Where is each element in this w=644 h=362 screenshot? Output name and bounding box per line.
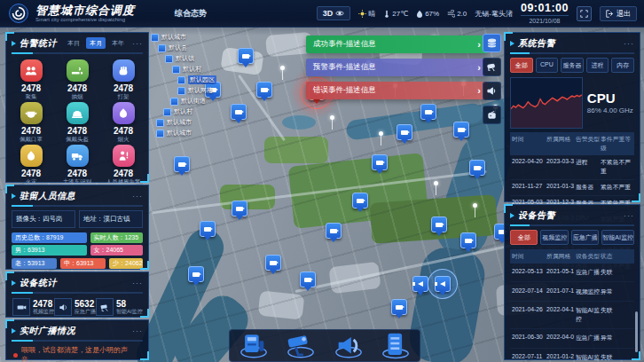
tab-video[interactable]: 视频监控: [540, 230, 568, 245]
tab-ai[interactable]: 智能AI监控: [601, 230, 634, 245]
map-marker-camera-icon[interactable]: [326, 223, 342, 239]
map-marker-camera-icon[interactable]: [256, 82, 272, 98]
tree-item-selected[interactable]: 默认园区: [177, 75, 216, 84]
cctv-camera-icon[interactable]: [286, 334, 316, 358]
map-marker-camera-icon[interactable]: [420, 104, 436, 120]
alarm-stat-item[interactable]: 2478 人员越界告警: [100, 145, 146, 185]
alarm-stat-item[interactable]: 2478 抽烟: [54, 59, 100, 99]
more-menu-icon[interactable]: ···: [132, 327, 143, 335]
alarm-stat-item[interactable]: 2478 佩戴口罩: [8, 102, 54, 142]
table-row[interactable]: 2022-07-142021-07-1视频监控异常: [510, 282, 634, 301]
tab-all[interactable]: 全部: [510, 230, 538, 245]
map-marker-camera-icon[interactable]: [300, 272, 316, 287]
tree-item[interactable]: 默认网格: [177, 86, 216, 95]
table-row[interactable]: 2021-04-262022-04-1智能AI监控失联: [510, 302, 634, 329]
map-marker-camera-icon[interactable]: [188, 266, 204, 282]
tab-server[interactable]: 服务器: [561, 58, 584, 73]
table-scrollbar[interactable]: [635, 311, 638, 352]
map-marker-camera-icon[interactable]: [231, 104, 247, 120]
map-poi-dot[interactable]: [434, 181, 438, 185]
map-marker-camera-icon[interactable]: [469, 160, 485, 176]
map-marker-camera-icon[interactable]: [391, 299, 407, 315]
alarm-stat-item[interactable]: 2478 土渣车识别: [54, 145, 100, 185]
map-pin-icon: [158, 44, 166, 52]
table-row[interactable]: 2022-04-202023-03-3进程不紧急不严重: [510, 155, 634, 180]
map-marker-camera-icon[interactable]: [174, 156, 190, 172]
more-menu-icon[interactable]: ···: [132, 192, 143, 201]
mode-3d-toggle[interactable]: 3D: [317, 6, 351, 20]
more-menu-icon[interactable]: ···: [132, 279, 143, 287]
tab-this-year[interactable]: 本年: [108, 37, 128, 49]
tree-item[interactable]: 默认县: [158, 43, 216, 52]
more-menu-icon[interactable]: ···: [132, 39, 143, 48]
tab-all[interactable]: 全部: [510, 58, 533, 73]
chevron-right-icon: ›: [477, 62, 481, 73]
top-header: 智慧城市综合调度 Smart city comprehensive dispat…: [0, 0, 644, 28]
tab-broadcast[interactable]: 应急广播: [571, 230, 599, 245]
wind-icon: [447, 10, 455, 18]
table-row[interactable]: 2021-06-302022-04-0应急广播异常: [510, 329, 634, 348]
truck-icon: [67, 145, 89, 167]
tree-item[interactable]: 默认城市: [151, 33, 216, 42]
camera-tool-button[interactable]: [483, 58, 501, 76]
event-banner-error[interactable]: 错误事件-描述信息 ›: [306, 82, 488, 99]
tab-today[interactable]: 本日: [64, 37, 83, 49]
tree-item[interactable]: 默认街道: [170, 97, 216, 106]
stat-bar-female: 女：24065: [90, 245, 143, 256]
alarm-stat-item[interactable]: 2478 火灾: [8, 145, 54, 185]
live-dot-icon: [13, 353, 18, 358]
tab-cpu[interactable]: CPU: [536, 58, 559, 73]
map-poi-dot[interactable]: [473, 203, 477, 208]
tree-item[interactable]: 默认城市: [156, 129, 216, 138]
map-poi-dot[interactable]: [280, 66, 285, 70]
tree-item[interactable]: 默认村: [163, 107, 216, 116]
nav-tab-overview[interactable]: 综合态势: [175, 8, 207, 20]
speaker-tool-button[interactable]: [483, 82, 501, 100]
server-kiosk-icon[interactable]: [381, 334, 411, 358]
map-poi-dot[interactable]: [379, 131, 383, 136]
map-marker-camera-icon[interactable]: [238, 48, 254, 64]
map-marker-camera-icon[interactable]: [460, 232, 476, 248]
map-marker-camera-icon[interactable]: [265, 255, 281, 271]
layers-icon: [487, 38, 497, 48]
map-marker-camera-icon[interactable]: [397, 124, 412, 140]
event-banner-warning[interactable]: 预警事件-描述信息 ›: [306, 59, 488, 76]
table-row[interactable]: 2022-07-112021-01-2智能AI监控失联: [510, 349, 634, 362]
more-menu-icon[interactable]: ···: [624, 39, 634, 48]
page-subtitle: Smart city comprehensive dispatching: [35, 17, 135, 22]
logout-icon: [606, 10, 614, 18]
layers-button[interactable]: [483, 34, 501, 52]
location-label: 无锡-鼋头渚: [475, 9, 513, 19]
alarm-stat-item[interactable]: 2478 佩戴头盔: [54, 102, 100, 142]
broadcast-speaker-icon[interactable]: [334, 334, 364, 358]
map-marker-camera-icon[interactable]: [232, 201, 247, 216]
fullscreen-button[interactable]: [577, 6, 592, 21]
cpu-gauge-label: CPU: [587, 91, 634, 105]
tab-this-month[interactable]: 本月: [86, 37, 106, 49]
tree-item[interactable]: 默认镇: [165, 54, 216, 63]
exit-button[interactable]: 退出: [600, 6, 637, 21]
radio-icon: [487, 110, 497, 120]
alarm-stat-item[interactable]: 2478 聚集: [8, 59, 54, 99]
radio-tool-button[interactable]: [483, 106, 501, 124]
map-marker-camera-icon[interactable]: [352, 193, 368, 209]
camera-location-field: 摄像头：四号岗: [12, 210, 75, 228]
table-row[interactable]: 2021-11-272021-01-3服务器紧急不严重: [510, 180, 634, 196]
alarm-stat-item[interactable]: 2478 烟火: [100, 102, 146, 142]
map-marker-camera-icon[interactable]: [431, 216, 447, 232]
map-marker-camera-icon[interactable]: [200, 221, 216, 237]
tree-item[interactable]: 默认城市: [156, 118, 216, 127]
more-menu-icon[interactable]: ···: [624, 211, 634, 220]
tab-memory[interactable]: 内存: [611, 58, 634, 73]
tab-process[interactable]: 进程: [586, 58, 609, 73]
event-banner-success[interactable]: 成功事件-描述信息 ›: [306, 35, 488, 53]
map-marker-speaker-icon[interactable]: [412, 276, 428, 292]
monitor-device-icon[interactable]: [239, 334, 269, 358]
map-marker-camera-icon[interactable]: [453, 122, 469, 138]
table-row[interactable]: 2022-05-132021-05-1应急广播失联: [510, 264, 634, 282]
alarm-stat-item[interactable]: 2478 打架: [100, 59, 146, 99]
panel-title: 驻留人员信息: [20, 190, 75, 202]
map-marker-speaker-icon[interactable]: [435, 276, 451, 292]
map-marker-camera-icon[interactable]: [372, 154, 388, 170]
tree-item[interactable]: 默认村: [172, 65, 216, 74]
